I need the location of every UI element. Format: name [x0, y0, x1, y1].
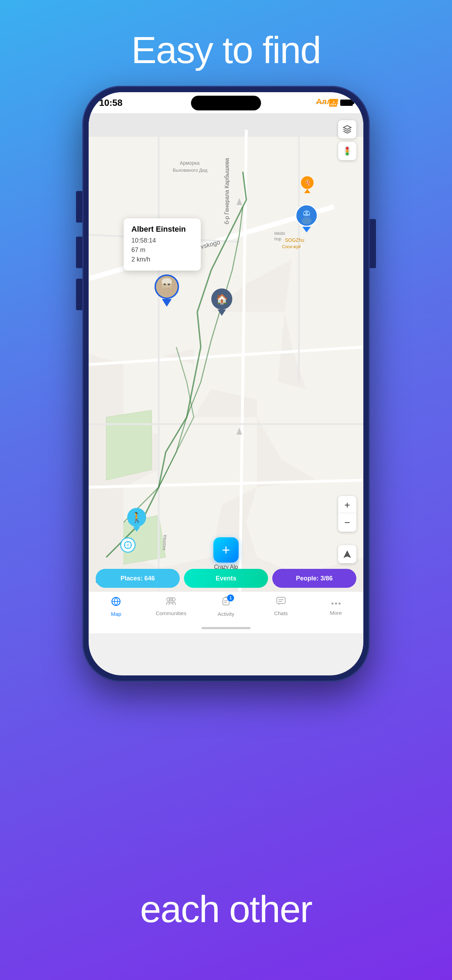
popup-time: 10:58:14 [131, 236, 193, 245]
pin-photo-user[interactable] [295, 204, 318, 232]
svg-text:б-р Генерала Карбышева: б-р Генерала Карбышева [224, 158, 230, 224]
people-button[interactable]: People: 3/86 [272, 569, 357, 588]
tab-activity-label: Activity [218, 611, 234, 617]
svg-text:🍕: 🍕 [304, 179, 312, 186]
pin-photo-body [295, 204, 318, 227]
svg-point-44 [303, 210, 310, 217]
pin-home[interactable]: 🏠 [211, 288, 232, 316]
svg-text:SOGZhu: SOGZhu [285, 237, 304, 243]
zoom-minus-button[interactable]: − [338, 514, 357, 532]
svg-point-45 [302, 217, 312, 224]
layers-button[interactable] [338, 120, 357, 138]
pin-albert-avatar [154, 274, 179, 299]
activity-tab-icon: 1 [221, 597, 231, 609]
headline-bottom: each other [140, 887, 312, 931]
tab-communities[interactable]: Communities [144, 597, 199, 616]
pin-walker[interactable]: 🚶 [127, 508, 146, 532]
tab-map[interactable]: Map [89, 597, 144, 617]
home-icon: 🏠 [216, 293, 228, 305]
tab-activity[interactable]: 1 Activity [199, 597, 254, 617]
pin-home-body: 🏠 [211, 288, 232, 310]
chats-tab-icon [276, 597, 286, 608]
pin-walker-tail [133, 527, 140, 532]
events-btn-circle: + [213, 537, 239, 563]
activity-badge: 1 [227, 595, 234, 601]
phone-shell: 10:58 📶 Алло! [82, 86, 370, 682]
svg-point-36 [346, 153, 349, 155]
svg-point-67 [331, 603, 334, 605]
events-button[interactable]: Events [184, 569, 268, 588]
svg-point-68 [335, 603, 337, 605]
zoom-minus-icon: − [344, 517, 350, 528]
battery-icon [340, 100, 353, 106]
communities-tab-icon [166, 597, 176, 608]
more-tab-icon [331, 597, 341, 608]
info-popup: Albert Einstein 10:58:14 67 m 2 km/h [124, 218, 201, 270]
pin-home-tail [218, 310, 226, 316]
svg-marker-37 [344, 550, 351, 558]
headline-top: Easy to find [131, 28, 321, 72]
bottom-actions: Places: 646 Events People: 3/86 [89, 569, 363, 588]
map-area[interactable]: Ulitsa Marshala Tukhachevskogo б-р Генер… [89, 113, 363, 633]
svg-text:Соси-жуй: Соси-жуй [282, 244, 301, 249]
map-tab-icon [111, 597, 121, 609]
tab-chats[interactable]: Chats [253, 597, 308, 616]
svg-point-69 [339, 603, 341, 605]
tab-more[interactable]: More [308, 597, 363, 616]
svg-rect-64 [277, 597, 285, 604]
allo-button[interactable]: Алло! [317, 97, 339, 106]
svg-marker-12 [106, 410, 152, 480]
pin-orange-venue[interactable]: 🍕 [300, 176, 314, 196]
svg-point-51 [126, 544, 129, 546]
svg-text:lekids: lekids [274, 231, 285, 236]
dynamic-island [191, 96, 261, 110]
svg-point-47 [308, 212, 309, 214]
avatar-face [156, 276, 178, 298]
zoom-plus-button[interactable]: + [338, 496, 357, 514]
events-plus-icon: + [222, 542, 230, 558]
status-time: 10:58 [99, 97, 123, 108]
home-indicator [202, 627, 250, 629]
svg-point-42 [162, 288, 171, 293]
svg-point-35 [346, 150, 349, 153]
svg-text:Арморка: Арморка [180, 160, 200, 166]
pin-photo-tail [302, 227, 311, 232]
svg-point-46 [304, 212, 306, 214]
events-float-button[interactable]: + Crazy Alp [213, 537, 239, 570]
target-icon[interactable] [120, 537, 135, 553]
places-button[interactable]: Places: 646 [95, 569, 180, 588]
traffic-button[interactable] [338, 142, 357, 160]
svg-point-60 [169, 598, 173, 601]
zoom-plus-icon: + [344, 500, 350, 511]
svg-point-34 [346, 147, 349, 150]
walker-icon: 🚶 [131, 512, 143, 523]
pin-tail [162, 299, 172, 307]
tab-map-label: Map [111, 611, 121, 617]
popup-distance: 67 m [131, 245, 193, 255]
navigate-button[interactable] [338, 545, 357, 563]
tab-more-label: More [330, 610, 342, 616]
tab-chats-label: Chats [274, 610, 288, 616]
svg-text:Выхованого Дид: Выхованого Дид [173, 167, 207, 173]
tab-communities-label: Communities [156, 610, 186, 616]
pin-walker-body: 🚶 [127, 508, 146, 527]
popup-name: Albert Einstein [131, 225, 193, 234]
pin-albert-einstein[interactable] [154, 274, 179, 307]
svg-text:hop: hop [274, 237, 282, 242]
phone-screen: 10:58 📶 Алло! [89, 92, 363, 675]
popup-speed: 2 km/h [131, 255, 193, 264]
status-bar: 10:58 📶 Алло! [89, 92, 363, 113]
phone-mockup: 10:58 📶 Алло! [82, 86, 370, 682]
